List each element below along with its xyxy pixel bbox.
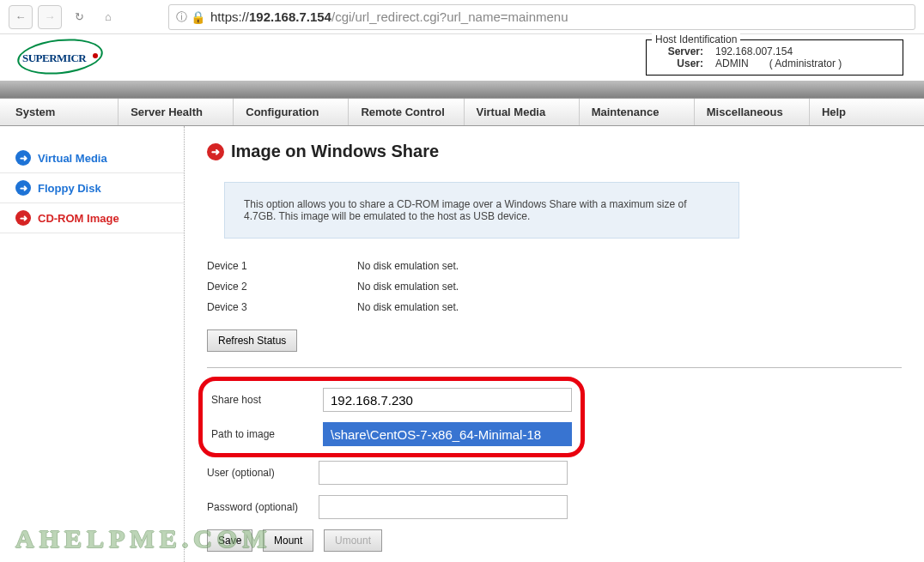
header: SUPERMICR Host Identification Server: 19… <box>0 34 924 81</box>
arrow-right-icon: ➜ <box>15 150 31 166</box>
password-opt-label: Password (optional) <box>207 501 319 513</box>
menu-maintenance[interactable]: Maintenance <box>580 99 695 125</box>
menu-configuration[interactable]: Configuration <box>234 99 349 125</box>
url-host: 192.168.7.154 <box>249 9 331 24</box>
device-status: No disk emulation set. <box>357 260 459 272</box>
menu-miscellaneous[interactable]: Miscellaneous <box>695 99 810 125</box>
menu-server-health[interactable]: Server Health <box>119 99 234 125</box>
device-status: No disk emulation set. <box>357 281 459 293</box>
server-label: Server: <box>659 45 707 57</box>
device-row: Device 2 No disk emulation set. <box>207 276 902 297</box>
path-label: Path to image <box>211 428 323 440</box>
sidebar-item-cdrom[interactable]: ➜ CD-ROM Image <box>0 203 184 233</box>
forward-icon[interactable]: → <box>38 5 62 29</box>
user-input[interactable] <box>319 461 568 485</box>
path-input[interactable] <box>323 422 572 446</box>
back-icon[interactable]: ← <box>9 5 33 29</box>
device-row: Device 3 No disk emulation set. <box>207 297 902 317</box>
device-list: Device 1 No disk emulation set. Device 2… <box>207 256 902 317</box>
arrow-right-icon: ➜ <box>15 210 31 226</box>
info-icon: ⓘ <box>176 9 187 25</box>
device-label: Device 1 <box>207 260 357 272</box>
mount-button[interactable]: Mount <box>263 529 313 552</box>
host-id-title: Host Identification <box>652 33 740 45</box>
logo: SUPERMICR <box>17 39 103 74</box>
main-content: ➜ Image on Windows Share This option all… <box>185 126 924 562</box>
menubar: System Server Health Configuration Remot… <box>0 98 924 126</box>
user-label: User: <box>659 57 707 69</box>
user-opt-label: User (optional) <box>207 467 319 479</box>
password-input[interactable] <box>319 495 568 519</box>
menu-system[interactable]: System <box>0 99 119 125</box>
logo-text: SUPERMICR <box>22 51 86 65</box>
info-box: This option allows you to share a CD-ROM… <box>224 182 739 239</box>
browser-toolbar: ← → ↻ ⌂ ⓘ 🔒 https://192.168.7.154/cgi/ur… <box>0 0 924 34</box>
reload-icon[interactable]: ↻ <box>67 5 91 29</box>
host-identification: Host Identification Server: 192.168.007.… <box>646 39 903 76</box>
menu-help[interactable]: Help <box>810 99 924 125</box>
user-value: ADMIN <box>707 57 749 69</box>
device-status: No disk emulation set. <box>357 301 459 313</box>
divider <box>207 367 902 368</box>
server-value: 192.168.007.154 <box>707 45 793 57</box>
lock-warning-icon: 🔒 <box>191 10 205 24</box>
save-button[interactable]: Save <box>207 529 252 552</box>
gray-divider <box>0 81 924 98</box>
share-host-input[interactable] <box>323 388 572 412</box>
sidebar-item-label: Floppy Disk <box>38 182 101 195</box>
logo-dot-icon <box>93 53 98 58</box>
url-scheme: https:// <box>210 9 249 24</box>
sidebar-item-virtual-media[interactable]: ➜ Virtual Media <box>0 143 184 173</box>
page-title-text: Image on Windows Share <box>231 142 439 161</box>
url-path: /cgi/url_redirect.cgi?url_name=mainmenu <box>331 9 568 24</box>
user-role: ( Administrator ) <box>749 57 842 69</box>
menu-virtual-media[interactable]: Virtual Media <box>465 99 580 125</box>
sidebar-item-label: Virtual Media <box>38 152 107 165</box>
home-icon[interactable]: ⌂ <box>96 5 120 29</box>
arrow-right-icon: ➜ <box>15 180 31 196</box>
url-bar[interactable]: ⓘ 🔒 https://192.168.7.154/cgi/url_redire… <box>168 4 915 30</box>
device-row: Device 1 No disk emulation set. <box>207 256 902 276</box>
url-text: https://192.168.7.154/cgi/url_redirect.c… <box>210 9 568 24</box>
page-title: ➜ Image on Windows Share <box>207 142 902 161</box>
share-host-label: Share host <box>211 394 323 406</box>
menu-remote-control[interactable]: Remote Control <box>349 99 464 125</box>
device-label: Device 3 <box>207 301 357 313</box>
sidebar: ➜ Virtual Media ➜ Floppy Disk ➜ CD-ROM I… <box>0 126 185 562</box>
arrow-right-icon: ➜ <box>207 143 224 160</box>
refresh-button[interactable]: Refresh Status <box>207 329 297 352</box>
sidebar-item-label: CD-ROM Image <box>38 212 119 225</box>
sidebar-item-floppy[interactable]: ➜ Floppy Disk <box>0 173 184 203</box>
umount-button[interactable]: Umount <box>324 529 382 552</box>
device-label: Device 2 <box>207 281 357 293</box>
highlight-annotation: Share host Path to image <box>198 377 585 457</box>
